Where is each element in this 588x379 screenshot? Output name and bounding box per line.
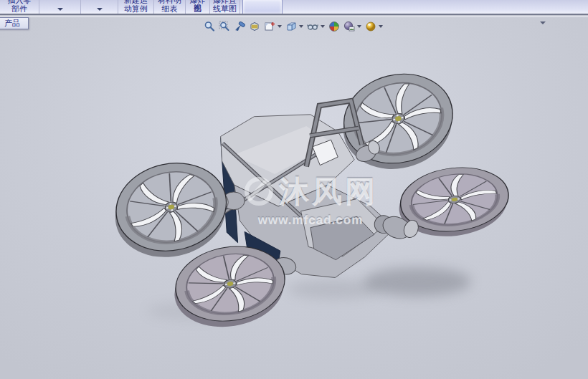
cmd-dropdown-button-1[interactable] bbox=[39, 0, 81, 14]
cmd-insert-component-button[interactable]: 插入零 部件 bbox=[0, 0, 39, 14]
cmd-dropdown-button-2[interactable] bbox=[81, 0, 118, 14]
graphics-viewport[interactable]: 产品 bbox=[0, 16, 588, 379]
cmd-active-tab-button[interactable] bbox=[242, 0, 283, 14]
cmd-label: 细表 bbox=[162, 4, 178, 14]
chevron-down-icon bbox=[57, 8, 63, 11]
cmd-label: 部件 bbox=[11, 4, 27, 14]
cmd-explode-line-sketch-button[interactable]: 爆炸直 线草图 bbox=[210, 0, 240, 14]
cmd-bom-button[interactable]: 材料明 细表 bbox=[154, 0, 186, 14]
app-window: 插入零 部件 新建运 动算例 材料明 细表 爆炸视 图 爆炸直 线草图 bbox=[0, 0, 588, 379]
cmd-label: 线草图 bbox=[213, 4, 237, 14]
rotor-top-right[interactable] bbox=[333, 63, 464, 181]
command-manager-bar: 插入零 部件 新建运 动算例 材料明 细表 爆炸视 图 爆炸直 线草图 bbox=[0, 0, 588, 15]
chevron-down-icon bbox=[97, 8, 103, 11]
cmd-label: 图 bbox=[194, 4, 201, 14]
drone-model-canvas bbox=[0, 17, 588, 379]
cmd-exploded-view-button[interactable]: 爆炸视 图 bbox=[186, 0, 210, 14]
cmd-label: 动算例 bbox=[124, 4, 148, 14]
cmd-motion-study-button[interactable]: 新建运 动算例 bbox=[118, 0, 154, 14]
